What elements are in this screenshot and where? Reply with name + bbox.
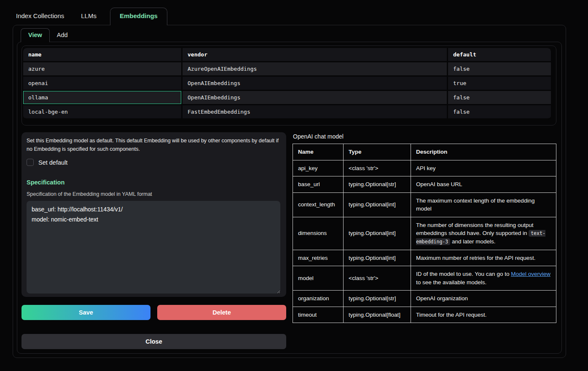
param-description: OpenAI base URL xyxy=(411,176,556,193)
embedding-row-azure[interactable]: azureAzureOpenAIEmbeddingsfalse xyxy=(23,62,551,77)
param-type: <class 'str'> xyxy=(344,266,411,291)
view-tab-content: name vendor default azureAzureOpenAIEmbe… xyxy=(17,42,562,354)
param-type: typing.Optional[int] xyxy=(344,192,411,217)
save-button[interactable]: Save xyxy=(21,305,150,320)
embeddings-panel: View Add name vendor default azureAzureO… xyxy=(13,25,566,358)
param-row-max_retries: max_retriestyping.Optional[int]Maximum n… xyxy=(293,250,556,266)
specification-heading: Specification xyxy=(27,179,280,186)
param-type: typing.Optional[int] xyxy=(344,217,411,250)
params-table: Name Type Description api_key<class 'str… xyxy=(293,144,556,323)
specification-textarea[interactable]: base_url: http://localhost:11434/v1/ mod… xyxy=(27,201,280,294)
param-name: context_length xyxy=(293,192,344,217)
param-row-dimensions: dimensionstyping.Optional[int]The number… xyxy=(293,217,556,250)
embeddings-table: name vendor default azureAzureOpenAIEmbe… xyxy=(23,48,551,120)
cell-default[interactable]: true xyxy=(448,77,551,91)
description-text: and later models. xyxy=(450,238,495,245)
embeddings-table-card: name vendor default azureAzureOpenAIEmbe… xyxy=(21,45,556,125)
param-type: <class 'str'> xyxy=(344,160,411,176)
params-table-body: api_key<class 'str'>API keybase_urltypin… xyxy=(293,160,556,323)
cell-name[interactable]: local-bge-en xyxy=(23,105,183,120)
param-row-api_key: api_key<class 'str'>API key xyxy=(293,160,556,176)
action-buttons: Save Delete xyxy=(21,305,286,320)
params-column-header-type: Type xyxy=(344,144,411,160)
embedding-row-ollama[interactable]: ollamaOpenAIEmbeddingsfalse xyxy=(23,91,551,105)
param-row-context_length: context_lengthtyping.Optional[int]The ma… xyxy=(293,192,556,217)
embedding-row-openai[interactable]: openaiOpenAIEmbeddingstrue xyxy=(23,77,551,91)
param-row-base_url: base_urltyping.Optional[str]OpenAI base … xyxy=(293,176,556,193)
cell-vendor[interactable]: OpenAIEmbeddings xyxy=(183,77,448,91)
cell-vendor[interactable]: AzureOpenAIEmbeddings xyxy=(183,62,448,77)
param-name: base_url xyxy=(293,176,344,193)
column-header-vendor: vendor xyxy=(183,48,448,62)
param-type: typing.Optional[str] xyxy=(344,176,411,193)
set-default-label: Set default xyxy=(38,159,67,166)
params-table-header-row: Name Type Description xyxy=(293,144,556,160)
cell-name[interactable]: openai xyxy=(23,77,183,91)
param-name: organization xyxy=(293,291,344,307)
param-name: dimensions xyxy=(293,217,344,250)
cell-default[interactable]: false xyxy=(448,91,551,105)
param-name: timeout xyxy=(293,307,344,323)
param-name: max_retries xyxy=(293,250,344,266)
description-text: ID of the model to use. You can go to xyxy=(416,271,511,277)
detail-area: Set this Embedding model as default. Thi… xyxy=(21,132,556,349)
param-type: typing.Optional[int] xyxy=(344,250,411,266)
delete-button[interactable]: Delete xyxy=(157,305,286,320)
cell-vendor[interactable]: FastEmbedEmbeddings xyxy=(183,105,448,120)
embeddings-table-header-row: name vendor default xyxy=(23,48,551,62)
param-row-timeout: timeouttyping.Optional[float]Timeout for… xyxy=(293,307,556,323)
set-default-checkbox[interactable] xyxy=(27,159,34,166)
param-type: typing.Optional[float] xyxy=(344,307,411,323)
page: Index Collections LLMs Embeddings View A… xyxy=(0,0,588,358)
column-header-default: default xyxy=(448,48,551,62)
tab-index-collections[interactable]: Index Collections xyxy=(13,8,71,25)
tab-add[interactable]: Add xyxy=(50,29,75,42)
embeddings-table-body: azureAzureOpenAIEmbeddingsfalseopenaiOpe… xyxy=(23,62,551,120)
param-description: The maximum context length of the embedd… xyxy=(411,192,556,217)
param-description: Maximum number of retries for the API re… xyxy=(411,250,556,266)
close-button[interactable]: Close xyxy=(21,334,286,349)
cell-name[interactable]: ollama xyxy=(23,91,183,105)
tab-view[interactable]: View xyxy=(21,28,50,42)
tab-embeddings[interactable]: Embeddings xyxy=(110,8,167,25)
default-description: Set this Embedding model as default. Thi… xyxy=(27,136,279,153)
model-overview-link[interactable]: Model overview xyxy=(511,271,550,277)
embedding-row-local-bge-en[interactable]: local-bge-enFastEmbedEmbeddingsfalse xyxy=(23,105,551,120)
param-description: ID of the model to use. You can go to Mo… xyxy=(411,266,556,291)
set-default-row: Set default xyxy=(27,159,280,166)
column-header-name: name xyxy=(23,48,183,62)
cell-vendor[interactable]: OpenAIEmbeddings xyxy=(183,91,448,105)
param-row-model: model<class 'str'>ID of the model to use… xyxy=(293,266,556,291)
param-type: typing.Optional[str] xyxy=(344,291,411,307)
cell-name[interactable]: azure xyxy=(23,62,183,77)
param-name: api_key xyxy=(293,160,344,176)
params-column: OpenAI chat model Name Type Description … xyxy=(293,132,556,349)
top-tab-bar: Index Collections LLMs Embeddings xyxy=(13,8,566,25)
param-description: API key xyxy=(411,160,556,176)
tab-llms[interactable]: LLMs xyxy=(71,8,103,25)
edit-column: Set this Embedding model as default. Thi… xyxy=(21,132,286,349)
param-description: OpenAI organization xyxy=(411,291,556,307)
param-name: model xyxy=(293,266,344,291)
description-text: to see the available models. xyxy=(416,279,486,286)
cell-default[interactable]: false xyxy=(448,105,551,120)
param-description: The number of dimensions the resulting o… xyxy=(411,217,556,250)
sub-tab-bar: View Add xyxy=(17,25,562,42)
params-panel-title: OpenAI chat model xyxy=(293,133,556,140)
specification-helper: Specification of the Embedding model in … xyxy=(27,191,280,197)
params-column-header-name: Name xyxy=(293,144,344,160)
description-text: The number of dimensions the resulting o… xyxy=(416,222,533,237)
edit-card: Set this Embedding model as default. Thi… xyxy=(21,132,286,297)
param-description: Timeout for the API request. xyxy=(411,307,556,323)
param-row-organization: organizationtyping.Optional[str]OpenAI o… xyxy=(293,291,556,307)
cell-default[interactable]: false xyxy=(448,62,551,77)
params-column-header-description: Description xyxy=(411,144,556,160)
